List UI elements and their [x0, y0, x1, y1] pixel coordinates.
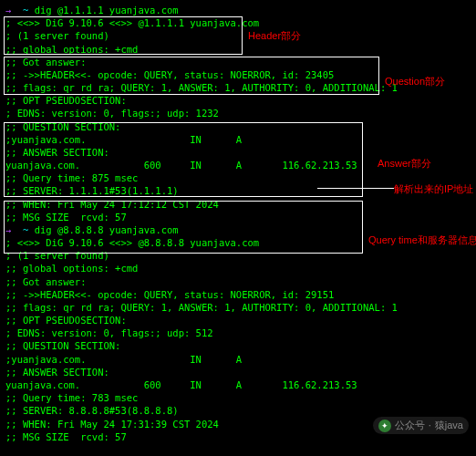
- out2-l18: ;; WHEN: Fri May 24 17:31:39 CST 2024: [5, 418, 471, 430]
- terminal: → ~ dig @1.1.1.1 yuanjava.com ; <<>> DiG…: [0, 0, 476, 447]
- out1-l6: ;; flags: qr rd ra; QUERY: 1, ANSWER: 1,…: [5, 81, 471, 94]
- out1-l1: ; <<>> DiG 9.10.6 <<>> @1.1.1.1 yuanjava…: [5, 16, 471, 29]
- out1-l18: ;; WHEN: Fri May 24 17:12:12 CST 2024: [5, 198, 471, 211]
- out1-l4: ;; Got answer:: [5, 56, 471, 68]
- prompt-arrow-icon: →: [5, 5, 11, 16]
- out2-l10: ;; QUESTION SECTION:: [5, 339, 471, 352]
- out1-l16: ;; Query time: 875 msec: [5, 171, 471, 184]
- out2-l9: ; EDNS: version: 0, flags:; udp: 512: [5, 326, 471, 339]
- out1-l8: ;; OPT PSEUDOSECTION:: [5, 94, 471, 107]
- prompt-arrow-icon: →: [5, 224, 11, 235]
- out2-l14: yuanjava.com. 600 IN A 116.62.213.53: [5, 378, 471, 391]
- out2-l16: ;; Query time: 783 msec: [5, 391, 471, 404]
- out1-l19: ;; MSG SIZE rcvd: 57: [5, 211, 471, 223]
- out1-l17: ;; SERVER: 1.1.1.1#53(1.1.1.1): [5, 184, 471, 197]
- out1-l3: ;; global options: +cmd: [5, 43, 471, 56]
- out1-l10: ;; QUESTION SECTION:: [5, 120, 471, 133]
- out2-l11: ;yuanjava.com. IN A: [5, 353, 471, 366]
- out1-l5: ;; ->>HEADER<<- opcode: QUERY, status: N…: [5, 68, 471, 81]
- out2-l8: ;; OPT PSEUDOSECTION:: [5, 314, 471, 326]
- prompt-line-2: → ~ dig @8.8.8.8 yuanjava.com: [5, 223, 471, 236]
- out1-l11: ;yuanjava.com. IN A: [5, 133, 471, 146]
- out1-l14: yuanjava.com. 600 IN A 116.62.213.53: [5, 159, 471, 171]
- command-1: dig @1.1.1.1 yuanjava.com: [35, 5, 179, 16]
- out1-l13: ;; ANSWER SECTION:: [5, 146, 471, 159]
- out2-l2: ; (1 server found): [5, 249, 471, 262]
- prompt-dir: ~: [23, 224, 28, 235]
- out2-l19: ;; MSG SIZE rcvd: 57: [5, 430, 471, 443]
- out2-l1: ; <<>> DiG 9.10.6 <<>> @8.8.8.8 yuanjava…: [5, 236, 471, 249]
- out2-l13: ;; ANSWER SECTION:: [5, 366, 471, 378]
- out2-l3: ;; global options: +cmd: [5, 262, 471, 275]
- prompt-dir: ~: [23, 5, 28, 16]
- out2-l17: ;; SERVER: 8.8.8.8#53(8.8.8.8): [5, 404, 471, 417]
- out1-l9: ; EDNS: version: 0, flags:; udp: 1232: [5, 107, 471, 119]
- out2-l5: ;; ->>HEADER<<- opcode: QUERY, status: N…: [5, 288, 471, 301]
- prompt-line-1: → ~ dig @1.1.1.1 yuanjava.com: [5, 4, 471, 16]
- out1-l2: ; (1 server found): [5, 29, 471, 42]
- out2-l4: ;; Got answer:: [5, 275, 471, 288]
- out2-l6: ;; flags: qr rd ra; QUERY: 1, ANSWER: 1,…: [5, 301, 471, 314]
- command-2: dig @8.8.8.8 yuanjava.com: [35, 224, 179, 235]
